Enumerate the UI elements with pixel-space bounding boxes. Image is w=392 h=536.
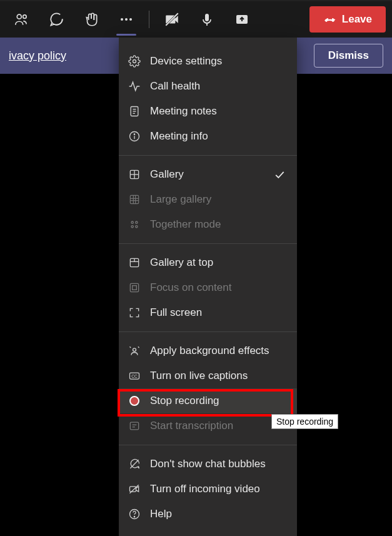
menu-turn-off-incoming-video[interactable]: Turn off incoming video bbox=[119, 477, 297, 502]
menu-label: Large gallery bbox=[150, 193, 211, 206]
fullscreen-icon bbox=[128, 306, 141, 320]
mic-button[interactable] bbox=[192, 4, 222, 34]
svg-text:CC: CC bbox=[131, 374, 138, 378]
menu-meeting-notes[interactable]: Meeting notes bbox=[119, 99, 297, 124]
dismiss-button[interactable]: Dismiss bbox=[314, 44, 383, 68]
menu-device-settings[interactable]: Device settings bbox=[119, 49, 297, 74]
menu-turn-on-live-captions[interactable]: CC Turn on live captions bbox=[119, 363, 297, 388]
svg-point-1 bbox=[23, 15, 26, 18]
toolbar-divider bbox=[149, 11, 149, 28]
notes-icon bbox=[128, 104, 141, 118]
svg-rect-7 bbox=[205, 14, 209, 21]
check-icon bbox=[273, 168, 286, 181]
svg-point-29 bbox=[136, 226, 138, 228]
menu-label: Full screen bbox=[150, 306, 202, 319]
meeting-toolbar: Leave bbox=[0, 0, 392, 38]
menu-dont-show-chat-bubbles[interactable]: Don't show chat bubbles bbox=[119, 452, 297, 477]
svg-point-3 bbox=[125, 18, 128, 21]
menu-meeting-info[interactable]: Meeting info bbox=[119, 124, 297, 149]
svg-line-36 bbox=[130, 346, 131, 348]
menu-separator bbox=[119, 243, 297, 244]
large-grid-icon bbox=[128, 193, 141, 206]
menu-label: Gallery at top bbox=[150, 256, 213, 269]
menu-separator bbox=[119, 445, 297, 445]
svg-point-4 bbox=[129, 18, 132, 21]
pulse-icon bbox=[128, 79, 141, 93]
menu-focus-on-content: Focus on content bbox=[119, 275, 297, 300]
together-icon bbox=[128, 218, 141, 231]
menu-large-gallery: Large gallery bbox=[119, 187, 297, 212]
help-icon bbox=[128, 507, 141, 521]
tooltip-stop-recording: Stop recording bbox=[271, 414, 338, 429]
more-actions-button[interactable] bbox=[111, 4, 141, 34]
camera-off-button[interactable] bbox=[157, 4, 187, 34]
menu-label: Device settings bbox=[150, 55, 222, 68]
svg-point-47 bbox=[134, 517, 134, 517]
menu-label: Stop recording bbox=[150, 395, 219, 407]
menu-label: Meeting info bbox=[150, 130, 208, 143]
svg-rect-40 bbox=[130, 422, 138, 430]
menu-call-health[interactable]: Call health bbox=[119, 74, 297, 99]
leave-button[interactable]: Leave bbox=[309, 6, 386, 33]
menu-apply-background-effects[interactable]: Apply background effects bbox=[119, 338, 297, 363]
gear-icon bbox=[128, 54, 141, 68]
svg-point-10 bbox=[133, 60, 136, 63]
menu-help[interactable]: Help bbox=[119, 502, 297, 527]
menu-label: Together mode bbox=[150, 218, 221, 231]
menu-together-mode: Together mode bbox=[119, 212, 297, 237]
menu-label: Meeting notes bbox=[150, 105, 217, 118]
menu-label: Turn on live captions bbox=[150, 370, 248, 382]
leave-label: Leave bbox=[342, 13, 372, 26]
svg-point-27 bbox=[136, 221, 138, 223]
chat-button[interactable] bbox=[41, 4, 71, 34]
svg-point-0 bbox=[17, 14, 21, 19]
svg-rect-33 bbox=[130, 283, 138, 291]
menu-separator bbox=[119, 331, 297, 332]
menu-gallery-at-top[interactable]: Gallery at top bbox=[119, 250, 297, 275]
menu-start-transcription: Start transcription bbox=[119, 413, 297, 438]
layout-top-icon bbox=[128, 256, 141, 270]
active-indicator bbox=[116, 34, 136, 36]
info-icon bbox=[128, 129, 141, 143]
menu-label: Don't show chat bubbles bbox=[150, 458, 266, 470]
menu-label: Start transcription bbox=[150, 420, 233, 432]
menu-label: Turn off incoming video bbox=[150, 483, 260, 495]
menu-label: Help bbox=[150, 508, 172, 520]
grid-icon bbox=[128, 168, 141, 181]
chat-off-icon bbox=[128, 457, 141, 471]
menu-separator bbox=[119, 155, 297, 156]
svg-line-37 bbox=[138, 346, 139, 348]
svg-rect-44 bbox=[130, 487, 136, 492]
dismiss-label: Dismiss bbox=[328, 49, 369, 61]
svg-point-35 bbox=[133, 348, 136, 351]
svg-point-2 bbox=[121, 18, 123, 21]
people-button[interactable] bbox=[6, 4, 36, 34]
transcript-icon bbox=[128, 419, 141, 433]
privacy-policy-link[interactable]: ivacy policy bbox=[9, 49, 66, 63]
cc-icon: CC bbox=[128, 369, 141, 383]
menu-label: Focus on content bbox=[150, 281, 231, 294]
svg-rect-34 bbox=[133, 286, 137, 290]
svg-point-28 bbox=[131, 226, 133, 228]
more-actions-menu: Device settings Call health Meeting note… bbox=[119, 38, 297, 536]
menu-stop-recording[interactable]: Stop recording bbox=[119, 388, 297, 413]
menu-label: Gallery bbox=[150, 168, 184, 181]
reactions-button[interactable] bbox=[76, 4, 106, 34]
focus-icon bbox=[128, 281, 141, 295]
video-off-icon bbox=[128, 482, 141, 496]
menu-label: Apply background effects bbox=[150, 345, 269, 357]
menu-full-screen[interactable]: Full screen bbox=[119, 300, 297, 325]
menu-label: Call health bbox=[150, 80, 200, 93]
hangup-icon bbox=[323, 13, 337, 26]
share-button[interactable] bbox=[227, 4, 257, 34]
svg-point-26 bbox=[131, 221, 133, 223]
record-icon bbox=[128, 394, 141, 408]
effects-icon bbox=[128, 344, 141, 358]
menu-gallery[interactable]: Gallery bbox=[119, 162, 297, 187]
svg-point-17 bbox=[134, 134, 134, 134]
svg-rect-21 bbox=[130, 195, 138, 203]
